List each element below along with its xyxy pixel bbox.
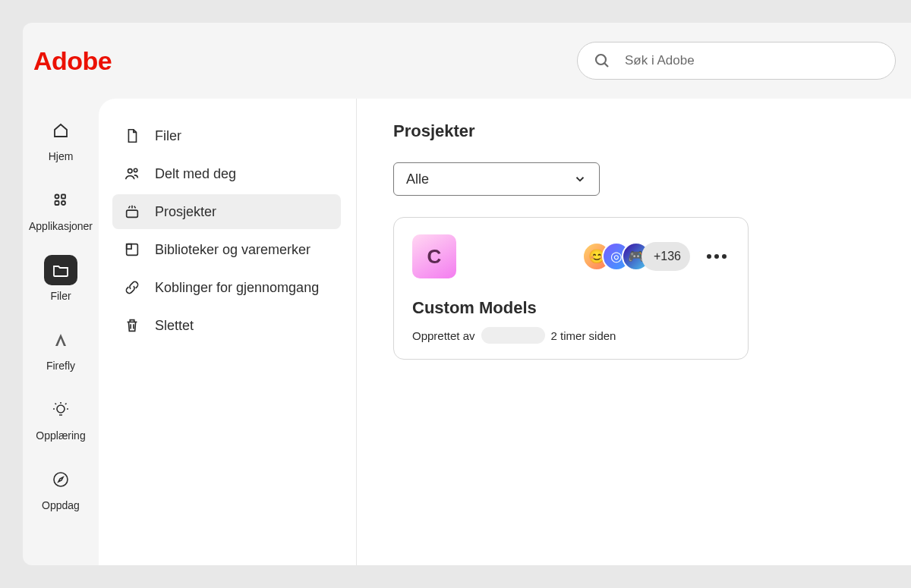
sidebar-item-files[interactable]: Filer xyxy=(112,118,341,153)
sidebar-item-deleted[interactable]: Slettet xyxy=(112,308,341,343)
lightbulb-icon xyxy=(52,401,70,419)
project-card[interactable]: C 😊 ◎ 🎮 +136 xyxy=(393,217,749,360)
side-list: Filer Delt med deg Prosjekter Biblioteke… xyxy=(112,118,341,343)
sidebar-item-label: Slettet xyxy=(155,318,194,334)
creator-name-redacted xyxy=(481,327,545,344)
sidebar-item-label: Delt med deg xyxy=(155,166,236,182)
sidebar-item-label: Filer xyxy=(155,128,181,144)
card-top: C 😊 ◎ 🎮 +136 xyxy=(412,234,730,278)
svg-rect-16 xyxy=(127,210,138,217)
project-thumbnail: C xyxy=(412,234,456,278)
rail-label: Oppdag xyxy=(42,499,80,511)
rail-label: Filer xyxy=(50,290,71,302)
rail-item-firefly[interactable]: Firefly xyxy=(27,325,95,372)
library-icon xyxy=(124,241,140,258)
content-panel: Filer Delt med deg Prosjekter Biblioteke… xyxy=(99,99,911,565)
member-avatars[interactable]: 😊 ◎ 🎮 +136 xyxy=(582,242,690,271)
folder-icon xyxy=(52,261,70,279)
svg-line-1 xyxy=(605,64,609,68)
rail-item-files[interactable]: Filer xyxy=(27,255,95,302)
chevron-down-icon xyxy=(573,172,587,186)
card-right: 😊 ◎ 🎮 +136 xyxy=(582,242,730,271)
svg-point-15 xyxy=(134,168,137,171)
rail-label: Firefly xyxy=(46,360,75,372)
svg-point-2 xyxy=(55,195,59,199)
svg-point-14 xyxy=(128,169,133,174)
sidebar-item-label: Koblinger for gjennomgang xyxy=(155,280,319,296)
sidebar-item-label: Prosjekter xyxy=(155,204,216,220)
link-icon xyxy=(124,279,140,296)
home-icon xyxy=(52,121,70,140)
rail-item-discover[interactable]: Oppdag xyxy=(27,464,95,511)
svg-point-0 xyxy=(596,55,606,64)
rail-label: Opplæring xyxy=(36,429,85,442)
trash-icon xyxy=(124,317,140,334)
svg-rect-4 xyxy=(55,201,59,205)
sidebar-item-label: Biblioteker og varemerker xyxy=(155,242,310,258)
left-rail: Hjem Applikasjoner Filer Firefly xyxy=(23,99,99,565)
file-icon xyxy=(124,127,140,144)
top-bar: Adobe xyxy=(23,23,911,99)
svg-point-6 xyxy=(57,405,65,413)
project-name: Custom Models xyxy=(412,298,730,318)
rail-label: Applikasjoner xyxy=(29,220,93,232)
svg-rect-3 xyxy=(61,195,65,199)
side-panel: Filer Delt med deg Prosjekter Biblioteke… xyxy=(99,99,357,565)
apps-icon xyxy=(52,191,70,209)
search-box[interactable] xyxy=(577,42,896,80)
adobe-logo[interactable]: Adobe xyxy=(33,46,112,76)
svg-line-11 xyxy=(65,404,67,405)
projects-icon xyxy=(124,203,140,220)
svg-rect-17 xyxy=(127,244,138,256)
created-by-label: Opprettet av xyxy=(412,329,475,342)
sidebar-item-reviews[interactable]: Koblinger for gjennomgang xyxy=(112,270,341,305)
project-meta: Opprettet av 2 timer siden xyxy=(412,327,730,344)
search-wrap xyxy=(577,42,896,80)
page-title: Prosjekter xyxy=(393,121,875,141)
more-menu-button[interactable] xyxy=(704,251,730,262)
filter-select[interactable]: Alle xyxy=(393,162,600,196)
sidebar-item-projects[interactable]: Prosjekter xyxy=(112,194,341,229)
svg-line-10 xyxy=(55,404,57,405)
search-icon xyxy=(593,52,611,70)
search-input[interactable] xyxy=(625,53,880,68)
main-area: Prosjekter Alle C 😊 ◎ 🎮 +136 xyxy=(357,99,911,565)
dots-icon xyxy=(707,254,711,259)
rail-item-apps[interactable]: Applikasjoner xyxy=(27,185,95,232)
app-window: Adobe Hjem Applikasjoner xyxy=(23,23,911,565)
compass-icon xyxy=(52,470,70,489)
time-ago: 2 timer siden xyxy=(551,329,616,342)
filter-selected: Alle xyxy=(406,171,429,187)
body-row: Hjem Applikasjoner Filer Firefly xyxy=(23,99,911,565)
svg-point-5 xyxy=(61,201,65,205)
rail-item-home[interactable]: Hjem xyxy=(27,115,95,162)
sidebar-item-shared[interactable]: Delt med deg xyxy=(112,156,341,191)
rail-item-learn[interactable]: Opplæring xyxy=(27,395,95,442)
avatar-overflow-count: +136 xyxy=(641,242,690,271)
rail-label: Hjem xyxy=(49,150,74,162)
firefly-icon xyxy=(52,331,70,349)
people-icon xyxy=(124,165,140,182)
svg-point-13 xyxy=(54,473,68,486)
sidebar-item-libraries[interactable]: Biblioteker og varemerker xyxy=(112,232,341,267)
